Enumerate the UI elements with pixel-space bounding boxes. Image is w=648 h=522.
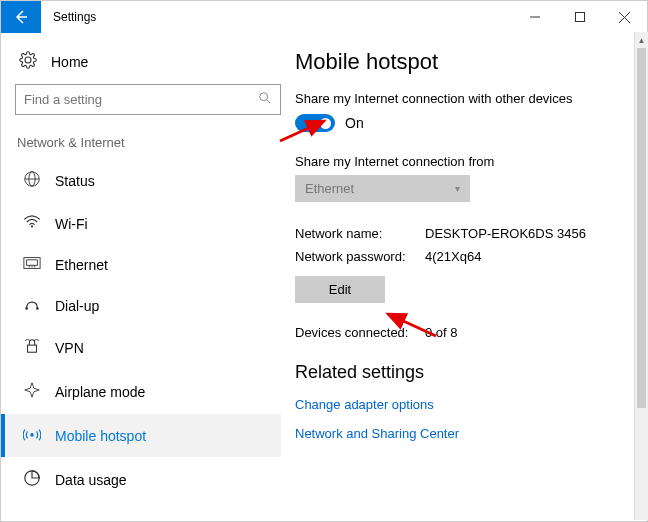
devices-connected-value: 0 of 8 [425,325,458,340]
gear-icon [19,51,37,72]
sidebar-item-ethernet[interactable]: Ethernet [1,244,281,285]
svg-rect-1 [575,13,584,22]
sidebar-item-label: Wi-Fi [55,216,88,232]
home-button[interactable]: Home [15,43,281,84]
hotspot-toggle[interactable] [295,114,335,132]
devices-connected-label: Devices connected: [295,325,425,340]
titlebar: Settings [1,1,647,33]
svg-rect-17 [28,345,37,352]
data-usage-icon [23,469,41,490]
sidebar-item-label: Airplane mode [55,384,145,400]
sidebar-item-label: Status [55,173,95,189]
svg-point-15 [25,307,28,310]
network-name-value: DESKTOP-EROK6DS 3456 [425,226,586,241]
sidebar-item-label: Data usage [55,472,127,488]
section-title: Network & Internet [15,131,281,158]
search-box[interactable] [15,84,281,115]
toggle-knob [320,118,331,129]
share-connection-label: Share my Internet connection with other … [295,91,627,106]
scroll-up-icon[interactable]: ▲ [635,32,648,48]
back-button[interactable] [1,1,41,33]
link-adapter-options[interactable]: Change adapter options [295,397,627,412]
maximize-button[interactable] [557,1,602,33]
dialup-icon [23,297,41,314]
airplane-icon [23,381,41,402]
home-label: Home [51,54,88,70]
sidebar-item-status[interactable]: Status [1,158,281,203]
vpn-icon [23,338,41,357]
close-button[interactable] [602,1,647,33]
edit-button[interactable]: Edit [295,276,385,303]
close-icon [619,12,630,23]
minimize-button[interactable] [512,1,557,33]
back-arrow-icon [13,9,29,25]
link-network-sharing[interactable]: Network and Sharing Center [295,426,627,441]
main-panel: Mobile hotspot Share my Internet connect… [291,33,647,521]
svg-rect-11 [27,260,38,265]
sidebar-item-dialup[interactable]: Dial-up [1,285,281,326]
sidebar-item-label: Ethernet [55,257,108,273]
wifi-icon [23,215,41,232]
sidebar: Home Network & Internet Status [1,33,291,521]
network-password-label: Network password: [295,249,425,264]
sidebar-item-vpn[interactable]: VPN [1,326,281,369]
toggle-state-label: On [345,115,364,131]
scroll-thumb[interactable] [637,48,646,408]
share-from-dropdown[interactable]: Ethernet ▾ [295,175,470,202]
svg-line-5 [267,100,271,104]
sidebar-item-label: Mobile hotspot [55,428,146,444]
ethernet-icon [23,256,41,273]
sidebar-item-datausage[interactable]: Data usage [1,457,281,502]
network-name-label: Network name: [295,226,425,241]
page-title: Mobile hotspot [295,49,627,75]
maximize-icon [575,12,585,22]
sidebar-item-label: VPN [55,340,84,356]
search-input[interactable] [24,92,224,107]
dropdown-value: Ethernet [305,181,354,196]
sidebar-item-hotspot[interactable]: Mobile hotspot [1,414,281,457]
svg-point-9 [31,225,33,227]
sidebar-item-airplane[interactable]: Airplane mode [1,369,281,414]
svg-point-18 [30,433,34,437]
window-title: Settings [53,10,96,24]
hotspot-icon [23,426,41,445]
scrollbar[interactable]: ▲ [634,32,648,520]
share-from-label: Share my Internet connection from [295,154,627,169]
sidebar-item-wifi[interactable]: Wi-Fi [1,203,281,244]
search-icon [258,91,272,108]
sidebar-item-label: Dial-up [55,298,99,314]
related-settings-heading: Related settings [295,362,627,383]
minimize-icon [530,12,540,22]
chevron-down-icon: ▾ [455,183,460,194]
globe-icon [23,170,41,191]
svg-point-16 [36,307,39,310]
network-password-value: 4(21Xq64 [425,249,481,264]
svg-point-4 [260,93,268,101]
